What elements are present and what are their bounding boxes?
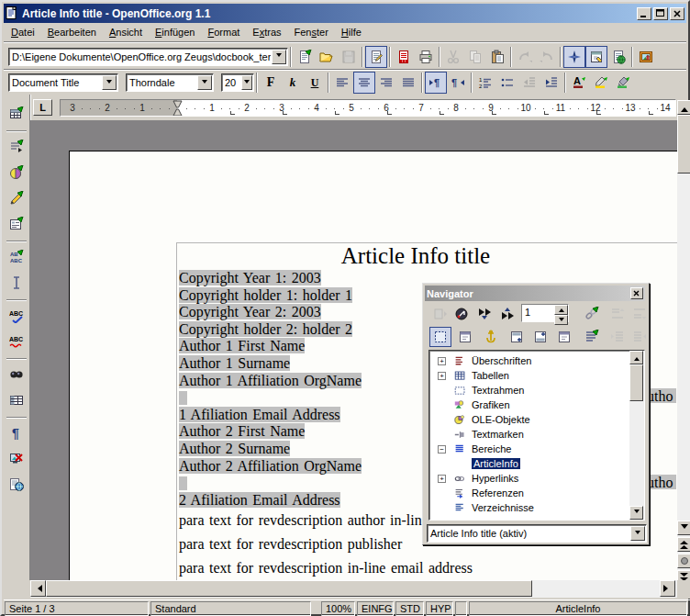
tree-item-label[interactable]: ArticleInfo bbox=[472, 458, 520, 469]
font-name-value[interactable]: Thorndale bbox=[127, 77, 196, 88]
vertical-scroll-thumb[interactable] bbox=[677, 115, 690, 174]
insert-fields-button[interactable] bbox=[6, 136, 28, 158]
next-button[interactable] bbox=[496, 304, 518, 324]
page-number-value[interactable]: 1 bbox=[522, 305, 554, 321]
page-number-spinner[interactable]: 1 bbox=[521, 304, 569, 322]
align-center-button[interactable] bbox=[353, 72, 375, 94]
spellcheck-button[interactable]: ABC bbox=[6, 305, 28, 327]
ltr-button[interactable]: ¶ bbox=[425, 72, 447, 94]
tree-item-label[interactable]: Textrahmen bbox=[472, 385, 524, 396]
spin-up-button[interactable] bbox=[554, 305, 568, 315]
insert-mode-field[interactable]: EINFG bbox=[357, 601, 394, 616]
decrease-indent-button[interactable] bbox=[518, 72, 540, 94]
tree-item-label[interactable]: Grafiken bbox=[472, 399, 510, 410]
close-button[interactable] bbox=[670, 7, 684, 20]
font-size-combobox[interactable]: 20 bbox=[221, 73, 254, 92]
navigator-document-value[interactable]: Article Info title (aktiv) bbox=[428, 528, 629, 539]
navigator-close-button[interactable] bbox=[630, 287, 643, 299]
open-button[interactable] bbox=[316, 46, 338, 68]
font-name-combobox[interactable]: Thorndale bbox=[126, 73, 214, 92]
url-dropdown-button[interactable] bbox=[272, 50, 286, 64]
demote-level-button[interactable] bbox=[629, 327, 651, 347]
vertical-scrollbar[interactable] bbox=[677, 100, 690, 586]
navigator-combo-dropdown[interactable] bbox=[630, 526, 645, 541]
save-button[interactable] bbox=[338, 46, 360, 68]
align-right-button[interactable] bbox=[375, 72, 397, 94]
style-dropdown-button[interactable] bbox=[102, 75, 117, 90]
tree-expand-box[interactable]: + bbox=[438, 372, 446, 380]
rtl-button[interactable]: ¶ bbox=[447, 72, 469, 94]
menu-datei[interactable]: Datei bbox=[5, 24, 41, 40]
align-left-button[interactable] bbox=[331, 72, 353, 94]
style-field[interactable]: Standard bbox=[150, 601, 311, 616]
font-dropdown-button[interactable] bbox=[197, 75, 212, 90]
font-color-button[interactable]: A bbox=[568, 72, 590, 94]
menu-bearbeiten[interactable]: Bearbeiten bbox=[41, 24, 103, 40]
paragraph-style-value[interactable]: Document Title bbox=[9, 77, 101, 88]
justify-button[interactable] bbox=[397, 72, 419, 94]
document-text-line[interactable]: para text for revdescription in-line ema… bbox=[179, 556, 564, 580]
numbered-list-button[interactable]: 12 bbox=[474, 72, 496, 94]
size-dropdown-button[interactable] bbox=[241, 75, 252, 90]
find-replace-button[interactable] bbox=[6, 364, 28, 386]
previous-button[interactable] bbox=[473, 304, 495, 324]
tree-item-label[interactable]: Hyperlinks bbox=[472, 473, 518, 484]
tree-item-label[interactable]: Verzeichnisse bbox=[472, 502, 534, 513]
tree-item-label[interactable]: Tabellen bbox=[472, 370, 509, 381]
menu-hilfe[interactable]: Hilfe bbox=[335, 24, 368, 40]
tree-item-label[interactable]: Textmarken bbox=[472, 429, 524, 440]
tree-expand-box[interactable]: − bbox=[438, 445, 446, 454]
export-pdf-button[interactable] bbox=[393, 46, 415, 68]
tree-item-bereiche[interactable]: −Bereiche bbox=[429, 442, 644, 457]
menu-fenster[interactable]: Fenster bbox=[288, 24, 335, 40]
hyperlink-dialog-button[interactable] bbox=[607, 46, 629, 68]
nonprinting-chars-button[interactable]: ¶ bbox=[6, 422, 28, 444]
promote-level-button[interactable] bbox=[607, 327, 629, 347]
copy-button[interactable] bbox=[464, 46, 486, 68]
header-button[interactable] bbox=[506, 327, 528, 347]
paragraph-style-combobox[interactable]: Document Title bbox=[8, 73, 118, 92]
redo-button[interactable] bbox=[536, 46, 558, 68]
navigator-document-combobox[interactable]: Article Info title (aktiv) bbox=[427, 524, 647, 543]
autospellcheck-button[interactable]: ABC bbox=[6, 330, 28, 353]
tree-expand-box[interactable]: + bbox=[438, 475, 446, 483]
gallery-button[interactable] bbox=[635, 46, 657, 68]
increase-indent-button[interactable] bbox=[540, 72, 562, 94]
menu-ansicht[interactable]: Ansicht bbox=[103, 24, 149, 40]
tree-item-textmarken[interactable]: Textmarken bbox=[429, 428, 644, 442]
print-button[interactable] bbox=[415, 46, 437, 68]
set-reminder-button[interactable] bbox=[454, 327, 476, 347]
online-layout-button[interactable] bbox=[6, 474, 28, 496]
tree-scroll-thumb[interactable] bbox=[629, 364, 643, 401]
promote-chapter-button[interactable] bbox=[607, 304, 629, 324]
clipped-text-fragment[interactable]: utho bbox=[647, 475, 676, 489]
tree-item-oleobjekte[interactable]: OLE-Objekte bbox=[429, 413, 644, 428]
tree-item-tabellen[interactable]: +Tabellen bbox=[429, 369, 644, 384]
minimize-button[interactable] bbox=[637, 7, 651, 20]
footer-button[interactable] bbox=[529, 327, 551, 347]
drag-mode-button[interactable] bbox=[581, 304, 603, 324]
tree-item-articleinfo[interactable]: ArticleInfo bbox=[429, 457, 644, 472]
graphics-onoff-button[interactable] bbox=[6, 448, 28, 470]
autotext-button[interactable]: ABABC bbox=[6, 246, 28, 268]
font-size-value[interactable]: 20 bbox=[222, 77, 240, 88]
reminder-button[interactable] bbox=[553, 327, 575, 347]
tab-type-button[interactable]: L bbox=[33, 99, 52, 116]
tree-item-label[interactable]: Referenzen bbox=[472, 487, 524, 498]
scroll-right-button[interactable] bbox=[660, 580, 675, 597]
menu-einfgen[interactable]: Einfügen bbox=[149, 24, 201, 40]
navigator-title-bar[interactable]: Navigator bbox=[425, 286, 645, 301]
paragraph-background-button[interactable] bbox=[612, 72, 634, 94]
url-combobox[interactable]: D:\Eigene Dokumente\OpenOffice.org Zeugs… bbox=[8, 48, 288, 66]
stylist-button[interactable] bbox=[585, 46, 607, 68]
url-value[interactable]: D:\Eigene Dokumente\OpenOffice.org Zeugs… bbox=[9, 51, 271, 62]
underline-button[interactable]: U bbox=[304, 72, 326, 94]
insert-table-button[interactable] bbox=[6, 103, 28, 125]
tree-item-verzeichnisse[interactable]: Verzeichnisse bbox=[429, 501, 644, 516]
document-title-text[interactable]: Article Info title bbox=[273, 243, 558, 269]
undo-button[interactable] bbox=[514, 46, 536, 68]
tree-scroll-down[interactable] bbox=[629, 506, 643, 520]
maximize-button[interactable] bbox=[653, 7, 668, 20]
zoom-field[interactable]: 100% bbox=[321, 601, 355, 616]
page-field[interactable]: Seite 1 / 3 bbox=[5, 601, 149, 616]
